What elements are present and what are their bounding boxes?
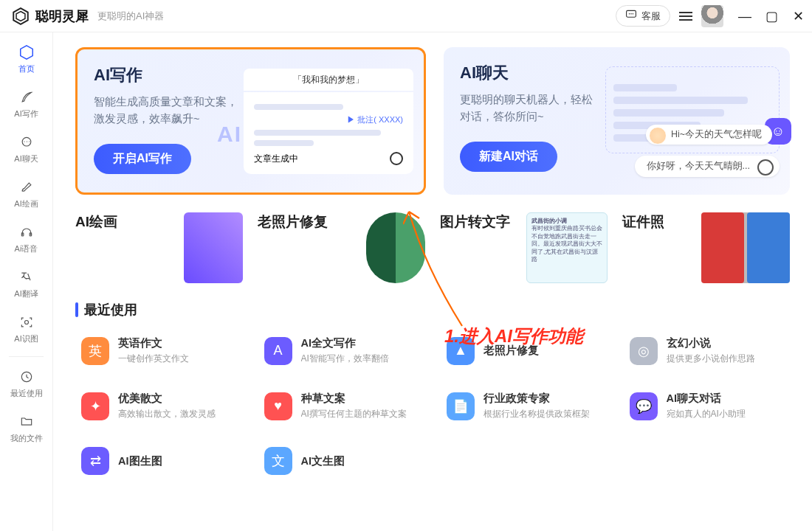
card-icon: ✦: [81, 392, 109, 420]
card-desc: 宛如真人的AI小助理: [667, 408, 746, 420]
sidebar-item-home[interactable]: 首页: [0, 37, 52, 82]
card-desc: 根据行业名称提供政策框架: [484, 408, 590, 420]
sidebar-item-voice[interactable]: Ai语音: [0, 217, 52, 262]
feature-idphoto[interactable]: 证件照: [622, 212, 790, 283]
sidebar-item-translate[interactable]: AI翻译: [0, 262, 52, 307]
feature-title: 证件照: [622, 212, 664, 232]
hex-badge-icon: [390, 152, 403, 165]
recent-card[interactable]: ⇄AI图生图: [75, 440, 242, 482]
sidebar-label: AI聊天: [14, 153, 38, 164]
card-icon: A: [264, 337, 292, 365]
write-mock-window: AI 「我和我的梦想」 ▶ 批注( XXXX) 文章生成中: [244, 69, 413, 174]
paint-thumb-icon: [184, 212, 243, 283]
sidebar: 首页 AI写作 AI聊天 AI绘画 Ai语音 AI翻译 AI识图 最近使用 我的…: [0, 32, 53, 531]
sidebar-label: 首页: [18, 63, 35, 74]
card-icon: 📄: [447, 392, 475, 420]
card-desc: 一键创作英文作文: [118, 353, 189, 365]
app-logo-icon: [10, 6, 31, 27]
sidebar-label: 最近使用: [10, 388, 43, 399]
sidebar-label: AI绘画: [14, 198, 38, 209]
recent-card[interactable]: 💬AI聊天对话宛如真人的AI小助理: [624, 384, 791, 428]
hexagon-icon: [18, 44, 35, 60]
hex-badge-icon: [757, 159, 774, 176]
card-title: 玄幻小说: [667, 336, 755, 350]
feature-oldphoto[interactable]: 老照片修复: [258, 212, 425, 283]
card-title: AI图生图: [118, 454, 162, 468]
card-title: AI聊天对话: [667, 392, 746, 406]
card-icon: ⇄: [81, 447, 109, 475]
feather-icon: [18, 89, 35, 105]
recent-card[interactable]: ✦优美散文高效输出散文，激发灵感: [75, 384, 242, 428]
sidebar-item-chat[interactable]: AI聊天: [0, 127, 52, 172]
minimize-icon[interactable]: —: [738, 10, 751, 23]
card-icon: 文: [264, 447, 292, 475]
sidebar-item-files[interactable]: 我的文件: [0, 406, 52, 451]
annotation-text: 1.进入AI写作功能: [444, 324, 583, 348]
card-title: 优美散文: [118, 392, 216, 406]
chat-avatar-icon: [649, 127, 667, 145]
history-icon: [18, 369, 35, 385]
dialog-icon: [18, 134, 35, 150]
recent-card[interactable]: 文AI文生图: [258, 440, 425, 482]
hero-ai-write[interactable]: AI写作 智能生成高质量文章和文案，激发灵感，效率飙升~ 开启AI写作 AI 「…: [75, 47, 426, 195]
svg-point-3: [629, 13, 630, 15]
menu-button[interactable]: [679, 12, 692, 21]
sidebar-item-paint[interactable]: AI绘画: [0, 172, 52, 217]
hero-desc: 更聪明的聊天机器人，轻松对话，答你所问~: [460, 91, 615, 125]
start-ai-write-button[interactable]: 开启AI写作: [94, 144, 191, 174]
card-icon: ♥: [264, 392, 292, 420]
card-desc: 高效输出散文，激发灵感: [118, 408, 216, 420]
brand-name: 聪明灵犀: [35, 7, 89, 25]
chat-msg-ai: 你好呀，今天天气晴朗...: [635, 156, 780, 177]
annotation-arrow-icon: [403, 208, 484, 341]
feature-title: 老照片修复: [258, 212, 328, 232]
titlebar: 聪明灵犀 更聪明的AI神器 客服 — ▢ ✕: [0, 0, 812, 32]
close-icon[interactable]: ✕: [791, 10, 805, 23]
chat-msg-user: Hi~今天的天气怎样呢: [646, 125, 772, 145]
card-icon: 💬: [630, 392, 658, 420]
sidebar-label: AI识图: [14, 333, 38, 344]
card-icon: 英: [81, 337, 109, 365]
sidebar-item-recent[interactable]: 最近使用: [0, 361, 52, 406]
headphone-icon: [18, 224, 35, 240]
card-desc: AI撰写任何主题的种草文案: [301, 408, 407, 420]
hero-ai-chat[interactable]: AI聊天 更聪明的聊天机器人，轻松对话，答你所问~ 新建AI对话 ☺ Hi~今天…: [444, 47, 790, 195]
support-label: 客服: [641, 10, 661, 23]
user-avatar[interactable]: [701, 5, 723, 27]
support-button[interactable]: 客服: [616, 5, 670, 27]
translate-icon: [18, 269, 35, 285]
feature-paint[interactable]: AI绘画: [75, 212, 243, 283]
svg-point-10: [24, 321, 28, 324]
sidebar-label: AI写作: [14, 108, 38, 119]
card-title: AI文生图: [301, 454, 345, 468]
folder-icon: [18, 414, 35, 430]
feature-title: AI绘画: [75, 212, 117, 232]
svg-point-4: [630, 13, 632, 15]
sidebar-label: 我的文件: [10, 433, 43, 444]
sidebar-label: Ai语音: [15, 243, 38, 254]
svg-marker-6: [20, 46, 32, 59]
idcard-thumb-icon: [701, 212, 790, 283]
scan-icon: [18, 314, 35, 330]
card-desc: 提供更多小说创作思路: [667, 353, 755, 365]
card-icon: ◎: [630, 337, 658, 365]
recent-card[interactable]: 英英语作文一键创作英文作文: [75, 329, 242, 372]
svg-point-5: [633, 13, 634, 15]
card-title: 种草文案: [301, 392, 407, 406]
brush-icon: [18, 179, 35, 195]
brand-slogan: 更聪明的AI神器: [97, 10, 164, 23]
recent-card[interactable]: ◎玄幻小说提供更多小说创作思路: [624, 329, 791, 372]
recent-card[interactable]: 📄行业政策专家根据行业名称提供政策框架: [441, 384, 608, 428]
chat-bubble-icon: [625, 9, 637, 23]
card-title: 行业政策专家: [484, 392, 590, 406]
recent-card[interactable]: AAI全文写作AI智能写作，效率翻倍: [258, 329, 425, 372]
sidebar-item-write[interactable]: AI写作: [0, 82, 52, 127]
start-ai-chat-button[interactable]: 新建AI对话: [460, 142, 557, 172]
sidebar-item-ocr[interactable]: AI识图: [0, 307, 52, 352]
svg-marker-0: [13, 8, 28, 24]
mock-annotation: ▶ 批注( XXXX): [254, 114, 403, 125]
mock-generating: 文章生成中: [254, 153, 298, 165]
maximize-icon[interactable]: ▢: [765, 10, 778, 23]
doc-thumb-icon: 武昌街的小调有时候到重庆曲路买书总会不自觉地跑武昌街去走一回。最近发现武昌街大大…: [526, 212, 608, 283]
recent-card[interactable]: ♥种草文案AI撰写任何主题的种草文案: [258, 384, 425, 428]
